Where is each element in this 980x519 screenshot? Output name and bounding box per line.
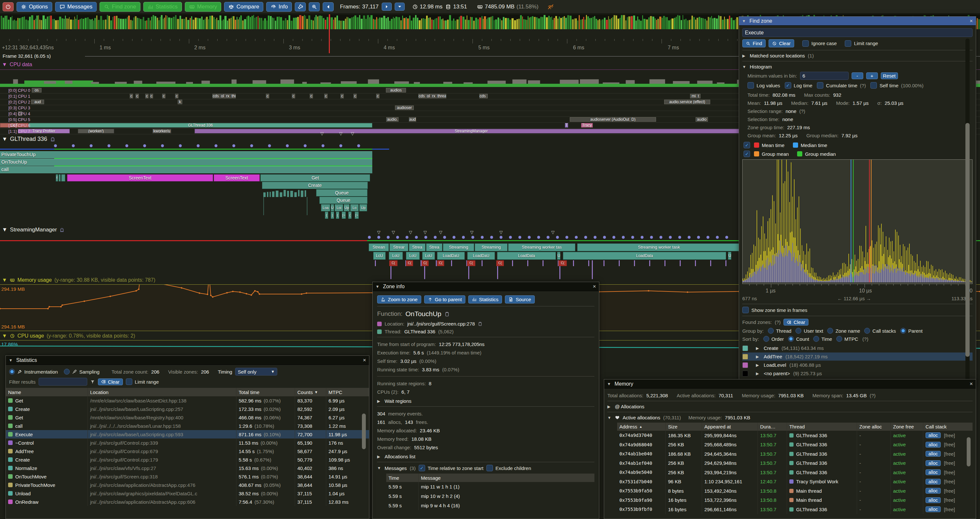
radio-option[interactable]: Thread: [768, 328, 792, 334]
allocation-row[interactable]: 0x7553b9fbf016 bytes296,661,146ns13:50.7…: [617, 505, 972, 514]
expand-icon[interactable]: ▶: [608, 404, 612, 409]
table-row[interactable]: Get/mnt/e/claw/src/claw/base/Registry.hp…: [6, 413, 369, 422]
collapse-icon[interactable]: ▼: [742, 65, 747, 69]
zone[interactable]: Streaming worker tas: [508, 243, 575, 251]
zone[interactable]: Queue: [316, 189, 368, 196]
allocation-row[interactable]: 0x7553b9fa9016 bytes153,722,396ns13:50.8…: [617, 496, 972, 505]
statistics-button[interactable]: Statistics: [468, 295, 502, 303]
streaming-section-header[interactable]: ▼StreamingManager: [2, 227, 65, 233]
zone[interactable]: kworker/u: [153, 129, 171, 133]
matched-locations-expander[interactable]: ▶Matched source locations(1): [742, 53, 972, 58]
zoom-to-zone-button[interactable]: Zoom to zone: [377, 295, 421, 303]
radio-circle[interactable]: [764, 336, 769, 342]
radio-circle[interactable]: [9, 369, 15, 375]
find-zone-button[interactable]: Find zone: [100, 2, 140, 12]
expand-icon[interactable]: ▶: [756, 363, 760, 367]
table-row[interactable]: OnRedrawjni/../jni/src/claw/application/…: [6, 498, 369, 506]
zone[interactable]: C(: [406, 260, 413, 266]
zone[interactable]: (: [325, 212, 328, 219]
zone[interactable]: cds_ol_rx_threa: [418, 94, 446, 98]
collapse-icon[interactable]: ▼: [2, 227, 8, 233]
zone[interactable]: (worker/): [78, 129, 114, 133]
cumulate-time-checkbox[interactable]: Cumulate time(?): [817, 82, 866, 89]
zone[interactable]: StreamingManager: [194, 129, 748, 133]
collapse-icon[interactable]: ▼: [2, 277, 7, 283]
zone[interactable]: audioser: [395, 105, 414, 110]
compare-button[interactable]: Compare: [224, 2, 263, 12]
column-header-location[interactable]: Location: [88, 388, 236, 396]
found-zone-group-row[interactable]: ▶AddTree(18,542) 227.19 ms: [742, 353, 972, 361]
frame-dropdown-button[interactable]: [395, 3, 405, 11]
zone[interactable]: C(: [496, 260, 504, 266]
statistics-button[interactable]: Statistics: [143, 2, 182, 12]
table-row[interactable]: Unloadjni/../jni/src/claw/graphics/pixel…: [6, 489, 369, 498]
zone[interactable]: (: [348, 212, 352, 219]
table-scrollbar-thumb[interactable]: [967, 437, 970, 466]
zone[interactable]: U: [728, 252, 731, 260]
zone[interactable]: Strean: [369, 243, 389, 251]
zone[interactable]: Loi: [335, 204, 343, 211]
radio-option[interactable]: User text: [795, 328, 823, 334]
radio-circle[interactable]: [827, 328, 833, 334]
help-icon[interactable]: (?): [775, 319, 781, 325]
alloc-callstack-button[interactable]: alloc: [926, 469, 941, 475]
checkbox-box[interactable]: ✓: [744, 151, 750, 157]
find-button[interactable]: Find: [742, 39, 766, 47]
column-header-zone-alloc[interactable]: Zone alloc: [857, 423, 891, 431]
mode-radio-sampling[interactable]: Sampling: [64, 369, 100, 375]
zone[interactable]: c: [130, 94, 133, 98]
column-header-counts[interactable]: Counts▼: [295, 388, 326, 396]
zone[interactable]: Get: [260, 174, 370, 181]
cpu-data-section-header[interactable]: ▼CPU data: [2, 62, 32, 67]
show-zone-time-checkbox[interactable]: Show zone time in frames: [742, 307, 808, 313]
zone[interactable]: aud: [409, 117, 416, 122]
collapse-icon[interactable]: ▼: [742, 19, 746, 23]
radio-circle[interactable]: [768, 328, 774, 334]
checkbox-box[interactable]: [487, 465, 493, 471]
checkbox-box[interactable]: [817, 82, 823, 89]
radio-circle[interactable]: [900, 328, 906, 334]
found-zone-group-row[interactable]: ▶<no parent>(9) 225.73 µs: [742, 369, 972, 377]
zone[interactable]: LoadDaU: [467, 252, 495, 260]
decrease-button[interactable]: -: [851, 72, 863, 79]
zone[interactable]: c: [266, 94, 269, 98]
zone[interactable]: C(: [422, 260, 429, 266]
table-row[interactable]: AddTreejni/../jni/src/guif/Control.cpp:6…: [6, 447, 369, 455]
time-column-header[interactable]: Time: [386, 474, 418, 482]
radio-option[interactable]: Zone name: [827, 328, 860, 334]
zone[interactable]: cds_: [479, 94, 488, 98]
allocations-list-expander[interactable]: ▶Allocations list: [377, 454, 594, 459]
radio-circle[interactable]: [64, 369, 70, 375]
zone[interactable]: U: [557, 252, 560, 260]
column-header-mtpc[interactable]: MTPC: [326, 388, 369, 396]
limit-range-checkbox[interactable]: Limit range: [845, 40, 878, 47]
find-zone-titlebar[interactable]: ▼ Find zone ×: [739, 16, 976, 26]
checkbox-box[interactable]: [748, 82, 754, 89]
zone[interactable]: Queue: [320, 197, 368, 204]
zone[interactable]: ScreenText: [214, 174, 260, 181]
zone[interactable]: T: [565, 123, 568, 128]
zone[interactable]: S: [56, 174, 58, 181]
help-icon[interactable]: (?): [862, 336, 868, 342]
zone[interactable]: audioserver (AudioOut_D): [570, 117, 656, 122]
alloc-callstack-button[interactable]: alloc: [926, 497, 941, 503]
zone-search-input[interactable]: Execute: [742, 28, 972, 37]
zone[interactable]: c: [310, 94, 313, 98]
radio-option[interactable]: MTPC: [836, 336, 858, 342]
zone[interactable]: (: [336, 212, 339, 219]
memory-button[interactable]: Memory: [185, 2, 221, 12]
close-icon[interactable]: ×: [970, 18, 973, 24]
collapse-icon[interactable]: ▼: [375, 284, 380, 289]
radio-option[interactable]: Parent: [900, 328, 923, 334]
next-frame-button[interactable]: [382, 3, 392, 11]
zone[interactable]: audios: [386, 88, 406, 93]
radio-circle[interactable]: [795, 328, 801, 334]
zone-time-histogram[interactable]: [742, 160, 972, 284]
checkbox-box[interactable]: [870, 82, 877, 89]
allocation-row[interactable]: 0x7553b9fa508 bytes153,492,240ns13:50.8M…: [617, 486, 972, 496]
column-header-call-stack[interactable]: Call stack: [923, 423, 972, 431]
reset-button[interactable]: Reset: [881, 72, 898, 79]
allocation-row[interactable]: 0x74a9d37040186.35 KB295,999,844ns13:50.…: [617, 431, 972, 440]
zone[interactable]: LcU: [373, 252, 386, 260]
zone[interactable]: c: [340, 94, 344, 98]
